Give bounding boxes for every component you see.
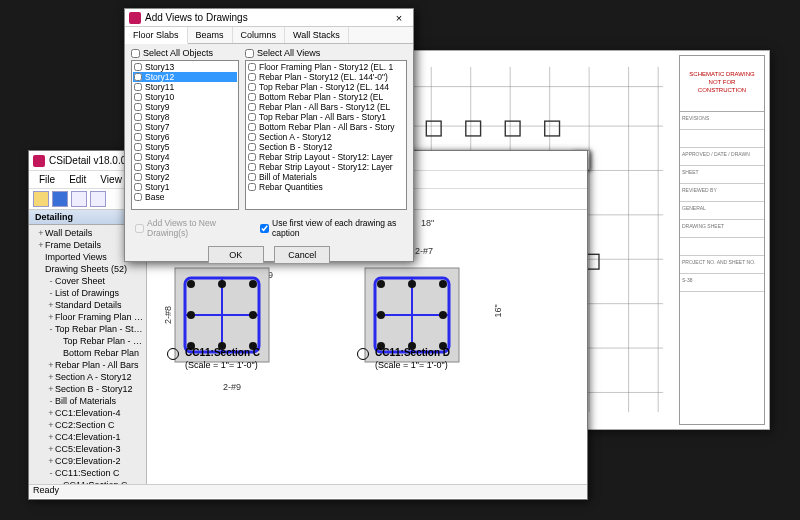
titleblock-line3: CONSTRUCTION — [680, 86, 764, 94]
view-item[interactable]: Rebar Plan - All Bars - Story12 (EL — [247, 102, 405, 112]
story-item[interactable]: Story12 — [133, 72, 237, 82]
tree-item[interactable]: +Rebar Plan - All Bars — [29, 359, 146, 371]
svg-point-41 — [408, 280, 416, 288]
story-item[interactable]: Story2 — [133, 172, 237, 182]
dim-top: 2-#7 — [415, 246, 433, 256]
titleblock-row: DRAWING SHEET — [680, 220, 764, 238]
svg-point-44 — [439, 311, 447, 319]
select-all-objects-checkbox[interactable]: Select All Objects — [131, 48, 239, 58]
view-item[interactable]: Top Rebar Plan - Story12 (EL. 144 — [247, 82, 405, 92]
view-item[interactable]: Rebar Strip Layout - Story12: Layer — [247, 152, 405, 162]
tree-item[interactable]: +CC5:Elevation-3 — [29, 443, 146, 455]
save-button[interactable] — [52, 191, 68, 207]
menu-edit[interactable]: Edit — [63, 173, 92, 186]
view-item[interactable]: Rebar Plan - Story12 (EL. 144'-0") — [247, 72, 405, 82]
story-item[interactable]: Story5 — [133, 142, 237, 152]
ok-button[interactable]: OK — [208, 246, 264, 264]
dialog-titlebar[interactable]: Add Views to Drawings × — [125, 9, 413, 27]
section-d-scale: (Scale = 1"= 1'-0") — [375, 360, 448, 370]
tree-item[interactable]: Top Rebar Plan - Sto — [29, 335, 146, 347]
use-first-view-checkbox[interactable]: Use first view of each drawing as captio… — [256, 216, 407, 240]
titleblock-row: PROJECT NO. AND SHEET NO. — [680, 256, 764, 274]
dialog-title: Add Views to Drawings — [145, 12, 248, 23]
view-item[interactable]: Top Rebar Plan - All Bars - Story1 — [247, 112, 405, 122]
svg-point-28 — [187, 280, 195, 288]
story-item[interactable]: Story8 — [133, 112, 237, 122]
titleblock-row — [680, 130, 764, 148]
svg-point-29 — [218, 280, 226, 288]
tree-item[interactable]: -Bill of Materials — [29, 395, 146, 407]
stories-list[interactable]: Story13Story12Story11Story10Story9Story8… — [131, 60, 239, 210]
add-views-dialog: Add Views to Drawings × Floor Slabs Beam… — [124, 8, 414, 262]
story-item[interactable]: Story10 — [133, 92, 237, 102]
svg-point-42 — [439, 280, 447, 288]
titleblock-line1: SCHEMATIC DRAWING — [680, 70, 764, 78]
tree-item[interactable]: -Cover Sheet — [29, 275, 146, 287]
titleblock-row: APPROVED / DATE / DRAWN — [680, 148, 764, 166]
view-item[interactable]: Rebar Strip Layout - Story12: Layer — [247, 162, 405, 172]
section-c-title: CC11:Section C — [185, 347, 260, 358]
tab-columns[interactable]: Columns — [233, 27, 286, 43]
view-item[interactable]: Bottom Rebar Plan - Story12 (EL — [247, 92, 405, 102]
svg-rect-16 — [426, 121, 441, 136]
story-item[interactable]: Story9 — [133, 102, 237, 112]
tab-beams[interactable]: Beams — [188, 27, 233, 43]
story-item[interactable]: Story11 — [133, 82, 237, 92]
select-all-views-checkbox[interactable]: Select All Views — [245, 48, 407, 58]
add-to-new-checkbox: Add Views to New Drawing(s) — [131, 216, 246, 240]
dim-bot: 2-#9 — [223, 382, 241, 392]
story-item[interactable]: Story1 — [133, 182, 237, 192]
open-button[interactable] — [33, 191, 49, 207]
section-d-title: CC11:Section D — [375, 347, 450, 358]
view-item[interactable]: Floor Framing Plan - Story12 (EL. 1 — [247, 62, 405, 72]
titleblock-row: S-38 — [680, 274, 764, 292]
svg-point-31 — [187, 311, 195, 319]
tree-item[interactable]: -Top Rebar Plan - Story — [29, 323, 146, 335]
tree-item[interactable]: CC11:Section C — [29, 479, 146, 484]
story-item[interactable]: Story6 — [133, 132, 237, 142]
section-c-scale: (Scale = 1"= 1'-0") — [185, 360, 258, 370]
menu-file[interactable]: File — [33, 173, 61, 186]
tree-item[interactable]: +Floor Framing Plan - Sto — [29, 311, 146, 323]
titleblock-row: REVIEWED BY — [680, 184, 764, 202]
section-marker-icon — [357, 348, 369, 360]
toolbar-button[interactable] — [71, 191, 87, 207]
views-list[interactable]: Floor Framing Plan - Story12 (EL. 1Rebar… — [245, 60, 407, 210]
tree-item[interactable]: +CC4:Elevation-1 — [29, 431, 146, 443]
view-item[interactable]: Section B - Story12 — [247, 142, 405, 152]
dialog-icon — [129, 12, 141, 24]
tab-floor-slabs[interactable]: Floor Slabs — [125, 27, 188, 44]
tab-wall-stacks[interactable]: Wall Stacks — [285, 27, 349, 43]
story-item[interactable]: Story4 — [133, 152, 237, 162]
tree-item[interactable]: +Section A - Story12 — [29, 371, 146, 383]
menu-view[interactable]: View — [94, 173, 128, 186]
tree-item[interactable]: Bottom Rebar Plan — [29, 347, 146, 359]
titleblock-row: REVISIONS — [680, 112, 764, 130]
tree-item[interactable]: Drawing Sheets (52) — [29, 263, 146, 275]
story-item[interactable]: Story13 — [133, 62, 237, 72]
toolbar-button[interactable] — [90, 191, 106, 207]
svg-rect-19 — [545, 121, 560, 136]
svg-rect-17 — [466, 121, 481, 136]
tree-item[interactable]: -List of Drawings — [29, 287, 146, 299]
tree-item[interactable]: +CC9:Elevation-2 — [29, 455, 146, 467]
tree-item[interactable]: +CC1:Elevation-4 — [29, 407, 146, 419]
view-item[interactable]: Rebar Quantities — [247, 182, 405, 192]
tree-item[interactable]: +Section B - Story12 — [29, 383, 146, 395]
dim-height: 16" — [493, 304, 503, 317]
tree-item[interactable]: +CC2:Section C — [29, 419, 146, 431]
titleblock-line2: NOT FOR — [680, 78, 764, 86]
story-item[interactable]: Story3 — [133, 162, 237, 172]
svg-point-40 — [377, 280, 385, 288]
view-item[interactable]: Section A - Story12 — [247, 132, 405, 142]
tree-item[interactable]: -CC11:Section C — [29, 467, 146, 479]
section-marker-icon — [167, 348, 179, 360]
tree-item[interactable]: +Standard Details — [29, 299, 146, 311]
svg-point-43 — [377, 311, 385, 319]
story-item[interactable]: Base — [133, 192, 237, 202]
cancel-button[interactable]: Cancel — [274, 246, 330, 264]
view-item[interactable]: Bill of Materials — [247, 172, 405, 182]
story-item[interactable]: Story7 — [133, 122, 237, 132]
dialog-close-button[interactable]: × — [389, 12, 409, 24]
view-item[interactable]: Bottom Rebar Plan - All Bars - Story — [247, 122, 405, 132]
